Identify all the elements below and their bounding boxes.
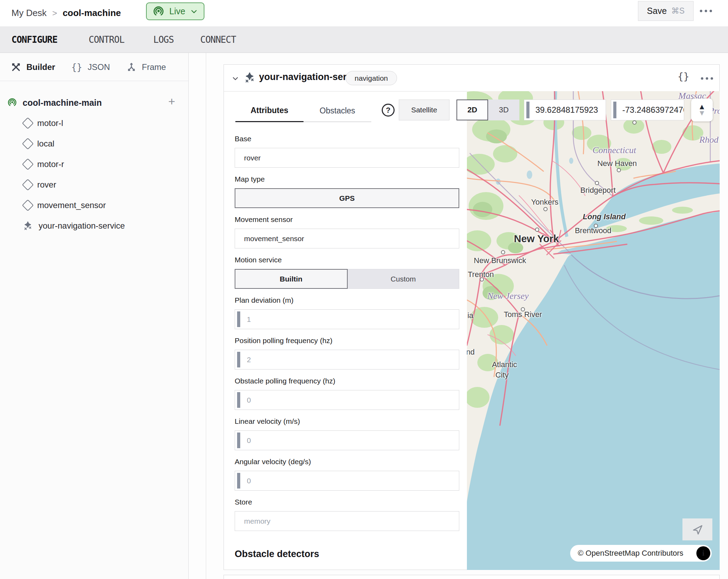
motion-builtin-button[interactable]: Builtin <box>235 269 348 289</box>
component-icon <box>22 138 34 150</box>
component-icon <box>22 158 34 170</box>
motion-custom-button[interactable]: Custom <box>348 269 460 289</box>
breadcrumb-parent[interactable]: My Desk <box>11 8 47 18</box>
collapse-chevron-icon[interactable] <box>231 74 240 84</box>
service-type-badge: navigation <box>346 71 397 85</box>
store-input[interactable] <box>235 511 459 531</box>
satellite-toggle-button[interactable]: Satellite <box>399 100 450 120</box>
obstacle-detectors-heading: Obstacle detectors <box>235 549 319 560</box>
map-label-city: City <box>495 371 509 380</box>
save-label: Save <box>647 6 667 16</box>
navigation-map[interactable]: Massac Pro Rhod Connecticut New Haven Br… <box>467 91 720 570</box>
navigation-arrow-icon <box>691 524 703 536</box>
view-json[interactable]: {} JSON <box>71 53 110 81</box>
field-label-plan-deviation: Plan deviation (m) <box>235 296 293 304</box>
braces-icon: {} <box>71 62 82 72</box>
tab-attributes-label: Attributes <box>251 106 289 115</box>
map-label-state: Rhod <box>699 135 719 145</box>
attribution-text: © OpenStreetMap Contributors <box>578 549 683 558</box>
step-down-icon[interactable]: ▼ <box>698 110 706 116</box>
view-json-label: JSON <box>88 62 110 72</box>
card-menu-button[interactable] <box>701 77 713 80</box>
map-label-city: Toms River <box>504 310 542 319</box>
locate-me-button[interactable] <box>682 518 712 540</box>
map-2d-button[interactable]: 2D <box>456 100 488 120</box>
map-3d-label: 3D <box>499 105 509 114</box>
map-label-city: Atlantic <box>492 360 517 369</box>
field-label-obstacle-polling: Obstacle polling frequency (hz) <box>235 377 335 385</box>
part-name: motor-r <box>37 159 64 169</box>
map-label-city: Trenton <box>468 270 494 279</box>
info-icon[interactable]: i <box>696 546 710 560</box>
part-name: your-navigation-service <box>39 221 125 231</box>
drag-handle[interactable] <box>237 473 240 489</box>
map-label-city: Yonkers <box>531 198 559 207</box>
live-label: Live <box>169 6 185 16</box>
tools-icon <box>11 62 21 72</box>
part-name: motor-l <box>37 118 63 128</box>
motion-service-segmented: Builtin Custom <box>235 269 459 289</box>
map-label-state: New Jersey <box>487 291 528 301</box>
tab-obstacles[interactable]: Obstacles <box>304 100 371 122</box>
machine-part-icon <box>7 97 17 108</box>
field-label-motion-service: Motion service <box>235 256 282 264</box>
map-type-segmented: GPS <box>235 188 459 208</box>
view-frame-label: Frame <box>142 62 166 72</box>
sparkles-icon <box>22 220 33 231</box>
tree-item-local[interactable]: local <box>0 134 189 154</box>
code-braces-button[interactable]: {} <box>678 71 689 82</box>
tree-machine-row[interactable]: cool-machine-main + <box>0 93 189 113</box>
drag-handle[interactable] <box>526 102 529 118</box>
map-type-gps-button[interactable]: GPS <box>235 188 459 208</box>
component-icon <box>22 199 34 211</box>
machine-nav-tabbar: CONFIGURE CONTROL LOGS CONNECT <box>0 27 728 53</box>
field-label-angular-velocity: Angular velocity (deg/s) <box>235 458 311 466</box>
drag-handle[interactable] <box>237 433 240 448</box>
part-name: movement_sensor <box>37 200 106 210</box>
breadcrumb-separator-icon: > <box>52 8 57 18</box>
breadcrumb: My Desk > cool-machine <box>11 8 121 18</box>
live-status-dropdown[interactable]: Live <box>146 2 204 20</box>
map-label-city: Bridgeport <box>580 186 616 195</box>
tree-item-movement-sensor[interactable]: movement_sensor <box>0 195 189 215</box>
tab-connect[interactable]: CONNECT <box>200 34 236 45</box>
map-label-fragment: ia <box>467 311 473 320</box>
field-label-linear-velocity: Linear velocity (m/s) <box>235 417 300 426</box>
latitude-input[interactable] <box>524 100 606 120</box>
view-frame[interactable]: Frame <box>127 53 166 81</box>
save-button[interactable]: Save ⌘S <box>638 1 694 21</box>
longitude-input[interactable] <box>611 100 684 120</box>
sparkles-icon <box>243 71 256 86</box>
angular-velocity-input[interactable] <box>235 471 459 491</box>
map-3d-button[interactable]: 3D <box>488 100 519 120</box>
coordinate-stepper[interactable]: ▲ ▼ <box>691 98 713 121</box>
tree-item-motor-l[interactable]: motor-l <box>0 113 189 133</box>
tree-item-motor-r[interactable]: motor-r <box>0 154 189 174</box>
movement-sensor-input[interactable] <box>235 229 459 248</box>
drag-handle[interactable] <box>237 311 240 327</box>
tree-item-navigation-service[interactable]: your-navigation-service <box>0 216 189 236</box>
tab-control[interactable]: CONTROL <box>89 34 124 45</box>
breadcrumb-machine-name: cool-machine <box>63 8 121 18</box>
base-input[interactable] <box>235 148 459 168</box>
component-icon <box>22 117 34 129</box>
drag-handle[interactable] <box>237 392 240 408</box>
view-builder[interactable]: Builder <box>11 53 55 81</box>
drag-handle[interactable] <box>237 352 240 367</box>
help-icon[interactable]: ? <box>382 104 395 117</box>
position-polling-input[interactable] <box>235 350 459 370</box>
plan-deviation-input[interactable] <box>235 309 459 329</box>
part-name: rover <box>37 180 56 190</box>
linear-velocity-input[interactable] <box>235 430 459 450</box>
view-switcher: Builder {} JSON Frame <box>0 53 189 81</box>
tab-logs[interactable]: LOGS <box>153 34 174 45</box>
obstacle-polling-input[interactable] <box>235 390 459 410</box>
add-component-button[interactable]: + <box>168 95 175 108</box>
drag-handle[interactable] <box>613 102 616 118</box>
tab-configure[interactable]: CONFIGURE <box>11 34 57 45</box>
map-label-city: Brentwood <box>575 226 611 235</box>
machine-name: cool-machine-main <box>23 98 102 108</box>
tree-item-rover[interactable]: rover <box>0 175 189 195</box>
more-options-button[interactable] <box>700 10 712 12</box>
tab-attributes[interactable]: Attributes <box>235 100 304 122</box>
